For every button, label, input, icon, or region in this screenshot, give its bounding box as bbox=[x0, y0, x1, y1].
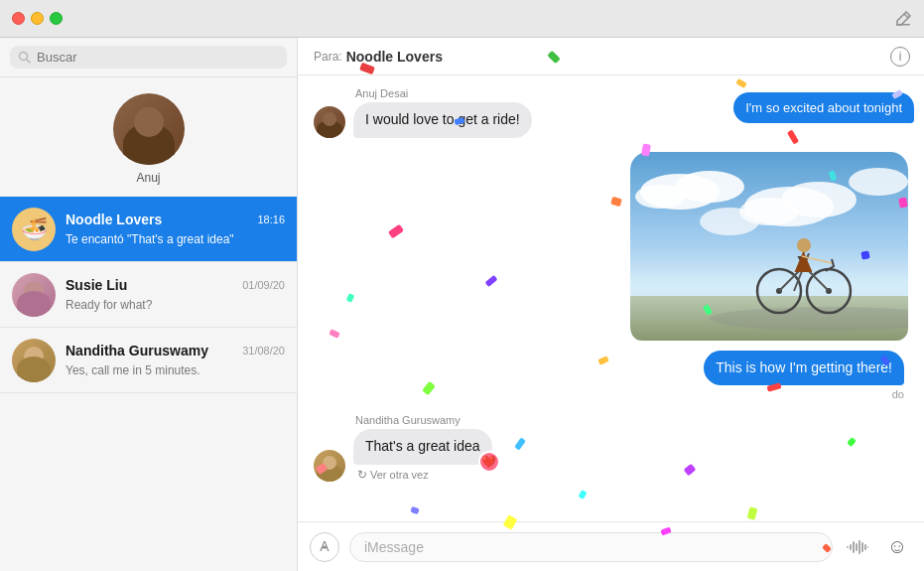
message-image-bubble bbox=[630, 152, 908, 345]
search-bar bbox=[0, 38, 297, 77]
message-avatar bbox=[314, 450, 345, 482]
audio-button[interactable] bbox=[843, 532, 872, 562]
svg-point-12 bbox=[700, 208, 759, 235]
conversation-name: Susie Liu bbox=[66, 277, 127, 293]
chat-area: Para: Noodle Lovers i I'm so excited abo… bbox=[298, 38, 924, 571]
svg-point-18 bbox=[797, 238, 811, 252]
send-again-text[interactable]: ↻ Ver otra vez bbox=[353, 468, 492, 482]
conversation-time: 01/09/20 bbox=[242, 279, 285, 291]
svg-point-7 bbox=[675, 171, 744, 203]
apps-button[interactable]: A bbox=[310, 532, 339, 562]
message-row: Anuj Desai I would love to get a ride! bbox=[314, 87, 908, 138]
message-input[interactable] bbox=[349, 532, 833, 562]
info-button[interactable]: i bbox=[890, 47, 910, 67]
message-sender: Nanditha Guruswamy bbox=[353, 414, 492, 426]
message-avatar bbox=[314, 106, 345, 138]
maximize-button[interactable] bbox=[50, 12, 63, 25]
svg-point-8 bbox=[635, 185, 685, 209]
search-wrapper[interactable] bbox=[10, 46, 287, 69]
conversation-preview: Te encantó "That's a great idea" bbox=[66, 232, 234, 246]
messages-container[interactable]: Anuj Desai I would love to get a ride! bbox=[298, 75, 924, 521]
search-icon bbox=[18, 51, 31, 64]
seen-indicator: do bbox=[892, 388, 908, 400]
conversation-content: Nanditha Guruswamy 31/08/20 Yes, call me… bbox=[66, 343, 285, 378]
conversation-avatar bbox=[12, 273, 56, 317]
chat-title: Noodle Lovers bbox=[346, 49, 443, 65]
compose-icon[interactable] bbox=[894, 10, 912, 28]
chat-header-label: Para: bbox=[314, 50, 342, 64]
apps-icon: A bbox=[317, 539, 332, 555]
conversation-time: 31/08/20 bbox=[242, 345, 285, 357]
conversation-item[interactable]: Susie Liu 01/09/20 Ready for what? bbox=[0, 262, 297, 328]
message-bubble: I would love to get a ride! bbox=[353, 102, 532, 138]
sidebar: Anuj 🍜 Noodle Lovers 18:16 Te encantó "T… bbox=[0, 38, 298, 571]
message-content: Anuj Desai I would love to get a ride! bbox=[353, 87, 532, 138]
reaction-badge: ❤️ bbox=[478, 451, 500, 473]
avatar-name: Anuj bbox=[136, 171, 160, 185]
conversation-preview: Yes, call me in 5 minutes. bbox=[66, 363, 200, 377]
close-button[interactable] bbox=[12, 12, 25, 25]
minimize-button[interactable] bbox=[31, 12, 44, 25]
conversation-avatar bbox=[12, 339, 56, 382]
conversation-time: 18:16 bbox=[257, 214, 285, 225]
conversation-content: Susie Liu 01/09/20 Ready for what? bbox=[66, 277, 285, 313]
outgoing-message-wrapper: This is how I'm getting there! bbox=[704, 351, 908, 386]
message-row: This is how I'm getting there! do bbox=[314, 152, 908, 401]
avatar bbox=[113, 93, 185, 165]
search-input[interactable] bbox=[37, 50, 279, 65]
conversation-item[interactable]: 🍜 Noodle Lovers 18:16 Te encantó "That's… bbox=[0, 197, 297, 262]
conversation-header: Susie Liu 01/09/20 bbox=[66, 277, 285, 293]
chat-header: Para: Noodle Lovers i bbox=[298, 38, 924, 75]
emoji-button[interactable]: ☺ bbox=[882, 532, 912, 562]
svg-text:A: A bbox=[320, 539, 330, 554]
svg-line-2 bbox=[27, 60, 31, 64]
message-sender: Anuj Desai bbox=[353, 87, 532, 99]
conversation-header: Nanditha Guruswamy 31/08/20 bbox=[66, 343, 285, 358]
conversation-avatar: 🍜 bbox=[12, 208, 56, 251]
title-bar bbox=[0, 0, 924, 38]
message-row: Nanditha Guruswamy That's a great idea ❤… bbox=[314, 414, 908, 482]
message-content: Nanditha Guruswamy That's a great idea ❤… bbox=[353, 414, 492, 482]
avatar-section: Anuj bbox=[0, 77, 297, 197]
window-controls bbox=[12, 12, 63, 25]
app-container: Anuj 🍜 Noodle Lovers 18:16 Te encantó "T… bbox=[0, 38, 924, 571]
conversation-name: Nanditha Guruswamy bbox=[66, 343, 208, 358]
audio-waveform-icon bbox=[847, 538, 868, 556]
conversation-name: Noodle Lovers bbox=[66, 212, 162, 227]
message-bubble: This is how I'm getting there! bbox=[704, 351, 904, 386]
bike-image bbox=[630, 152, 908, 341]
conversation-preview: Ready for what? bbox=[66, 298, 152, 312]
conversation-item[interactable]: Nanditha Guruswamy 31/08/20 Yes, call me… bbox=[0, 328, 297, 393]
input-bar: A ☺ bbox=[298, 521, 924, 571]
conversation-content: Noodle Lovers 18:16 Te encantó "That's a… bbox=[66, 212, 285, 247]
svg-point-13 bbox=[849, 168, 908, 196]
conversation-header: Noodle Lovers 18:16 bbox=[66, 212, 285, 227]
conversation-list: 🍜 Noodle Lovers 18:16 Te encantó "That's… bbox=[0, 197, 297, 571]
message-bubble: That's a great idea bbox=[353, 429, 492, 465]
message-bubble-wrapper: That's a great idea ❤️ bbox=[353, 429, 492, 465]
